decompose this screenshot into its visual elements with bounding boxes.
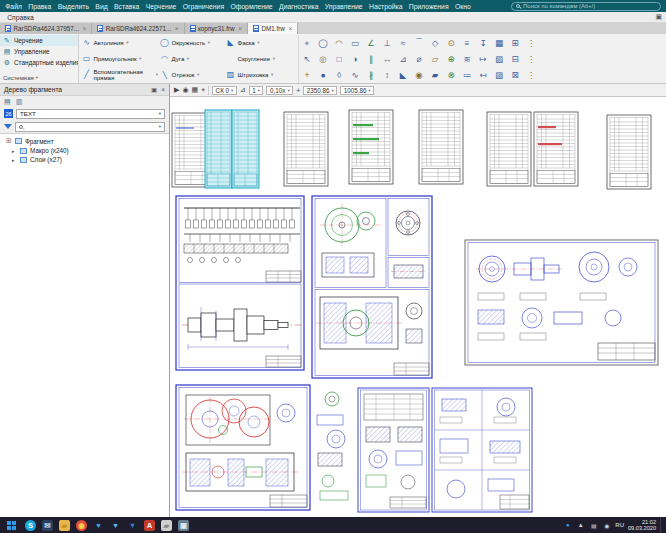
ribbon-icon[interactable]: ↕	[385, 70, 389, 80]
ribbon-icon[interactable]: ⊗	[447, 70, 454, 80]
expand-arrow-icon[interactable]: ▸	[12, 148, 17, 154]
sheet-parts-table[interactable]	[358, 388, 429, 512]
start-button[interactable]	[0, 517, 22, 533]
tree-search-select[interactable]: ▾	[15, 122, 165, 132]
ribbon-icon[interactable]: ⊟	[511, 54, 518, 64]
ribbon-icon[interactable]: ⊕	[447, 54, 454, 64]
tab-rarsdra-2[interactable]: RarSDRa4624.22571... ×	[92, 23, 184, 34]
chrome-icon[interactable]: ◉	[73, 517, 90, 533]
tool-segment[interactable]: ╲ Отрезок ▾	[158, 71, 224, 79]
ribbon-icon[interactable]: □	[336, 54, 341, 64]
ribbon-icon[interactable]: ⊥	[383, 38, 390, 48]
tab-close-icon[interactable]: ×	[288, 25, 292, 32]
ribbon-icon[interactable]: ◠	[335, 38, 342, 48]
tab-close-icon[interactable]: ×	[238, 25, 242, 32]
ribbon-icon[interactable]: ◯	[318, 38, 328, 48]
tool-hatch[interactable]: ▨ Штриховка ▾	[224, 71, 294, 79]
ribbon-icon[interactable]: ◇	[432, 38, 439, 48]
tool-arc[interactable]: ◠ Дуга ▾	[158, 55, 224, 63]
menu-item[interactable]: Настройка	[366, 3, 406, 10]
menu-item[interactable]: Ограничения	[179, 3, 227, 10]
grid-icon[interactable]: ▦	[192, 86, 199, 94]
menu-item[interactable]: Файл	[2, 3, 25, 10]
ribbon-icon[interactable]: ⋮	[527, 38, 536, 48]
ribbon-icon[interactable]: +	[305, 70, 310, 80]
ribbon-icon[interactable]: ↔	[383, 54, 392, 64]
ribbon-icon[interactable]: ▧	[495, 54, 503, 64]
tree-list-icon[interactable]: ▤	[4, 98, 11, 106]
ribbon-icon[interactable]: ◑	[352, 54, 357, 64]
menu-item[interactable]: Вид	[92, 3, 111, 10]
ribbon-icon[interactable]: ∠	[367, 38, 375, 48]
tree-node-macro[interactable]: ▸ Макро (х240)	[0, 146, 169, 155]
show-desktop-button[interactable]	[660, 517, 664, 533]
hidden-icons-arrow[interactable]: ▲	[576, 521, 585, 530]
drawing-canvas[interactable]	[170, 97, 666, 517]
folder-icon[interactable]: ▰	[56, 517, 73, 533]
ribbon-icon[interactable]: ▱	[432, 54, 439, 64]
line-style-select[interactable]: 1 ▾	[249, 86, 264, 95]
loose-fragment-views[interactable]	[317, 392, 348, 500]
ribbon-icon[interactable]: ≋	[463, 54, 470, 64]
menu-item[interactable]: Выделить	[54, 3, 92, 10]
menu-item[interactable]: Диагностика	[276, 3, 322, 10]
folder-icon-2[interactable]: ▰	[158, 517, 175, 533]
panel-tab-standard-parts[interactable]: ⚙ Стандартные изделия	[0, 57, 78, 68]
panel-toggle-icon[interactable]: ▣	[655, 13, 662, 21]
shield-icon[interactable]: ▼	[124, 517, 141, 533]
ribbon-icon[interactable]: ∿	[351, 70, 358, 80]
volume-icon[interactable]: ◉	[602, 521, 611, 530]
ribbon-icon[interactable]: ⋮	[527, 54, 536, 64]
skype-icon[interactable]: S	[22, 517, 39, 533]
tab-close-icon[interactable]: ×	[82, 25, 86, 32]
panel-tab-management[interactable]: ▤ Управление	[0, 46, 78, 57]
tool-auxline[interactable]: ╱ Вспомогательная прямая ▾	[80, 69, 158, 81]
ribbon-icon[interactable]: ⊠	[511, 70, 518, 80]
panel-tab-drawing[interactable]: ✎ Черчение	[0, 35, 78, 46]
sheet-kinematic-scheme[interactable]	[176, 196, 304, 370]
heart-icon-1[interactable]: ♥	[90, 517, 107, 533]
ribbon-icon[interactable]: ▭	[351, 38, 359, 48]
ribbon-icon[interactable]: ⌖	[305, 38, 310, 49]
sheet-specification-2[interactable]	[284, 112, 328, 186]
ribbon-icon[interactable]: ▦	[495, 38, 503, 48]
ribbon-icon[interactable]: ∥	[369, 54, 373, 64]
text-style-select[interactable]: TEXT ▾	[16, 109, 165, 119]
spec-sheets-row[interactable]	[172, 110, 651, 189]
ribbon-icon[interactable]: ▨	[495, 70, 503, 80]
ribbon-icon[interactable]: ↖	[303, 54, 310, 64]
ribbon-icon[interactable]: ⊿	[399, 54, 406, 64]
tool-fillet[interactable]: ⌒ Скругление ▾	[224, 55, 294, 63]
ribbon-icon[interactable]: ⌀	[416, 54, 421, 64]
ribbon-icon[interactable]: ≡	[465, 38, 470, 48]
tree-node-layers[interactable]: ▸ Слои (х27)	[0, 155, 169, 164]
help-menu[interactable]: Справка	[4, 14, 37, 21]
ribbon-icon[interactable]: ◊	[337, 70, 341, 80]
menu-item[interactable]: Приложения	[406, 3, 452, 10]
tree-filter-icon[interactable]: ▥	[16, 98, 23, 106]
ribbon-icon[interactable]: ↧	[479, 38, 486, 48]
tree-root-fragment[interactable]: ⊞ Фрагмент	[0, 136, 169, 146]
mail-icon[interactable]: ✉	[39, 517, 56, 533]
ribbon-icon[interactable]: ⋮	[527, 70, 536, 80]
sheet-gearbox-drawing[interactable]	[176, 385, 310, 510]
notification-icon[interactable]: ▤	[589, 521, 598, 530]
tray-app-icon[interactable]: ●	[563, 521, 572, 530]
sheet-specification-selected-1[interactable]	[205, 110, 232, 188]
ribbon-icon[interactable]: ≈	[401, 38, 406, 48]
dock-icon[interactable]: ▣	[151, 86, 157, 94]
menu-item[interactable]: Окно	[452, 3, 474, 10]
sheet-specification-7[interactable]	[607, 115, 651, 189]
coord-system-select[interactable]: СК 0 ▾	[212, 86, 237, 95]
language-indicator[interactable]: RU	[615, 522, 624, 528]
sheet-specification-3[interactable]	[349, 110, 393, 184]
close-icon[interactable]: ×	[161, 86, 165, 94]
ribbon-icon[interactable]: ⊞	[511, 38, 518, 48]
sheet-specification-4[interactable]	[419, 110, 463, 184]
ribbon-icon[interactable]: ◣	[400, 70, 407, 80]
heart-icon-2[interactable]: ♥	[107, 517, 124, 533]
cursor-y-field[interactable]: 1005.86 ▾	[340, 86, 374, 95]
tool-autoline[interactable]: ∿ Автолиния ▾	[80, 39, 158, 47]
taskbar-clock[interactable]: 21:02 09.03.2020	[628, 519, 656, 532]
menu-item[interactable]: Управление	[322, 3, 366, 10]
